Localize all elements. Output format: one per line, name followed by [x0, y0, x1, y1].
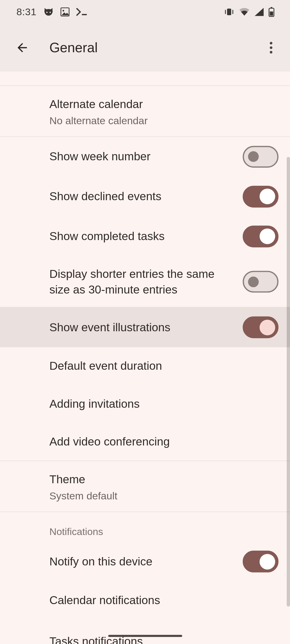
show-week-number-switch[interactable] [243, 146, 278, 168]
status-left: 8:31 [17, 6, 88, 18]
svg-point-3 [63, 10, 64, 12]
page-title: General [50, 40, 261, 56]
row-label: Show declined events [50, 189, 235, 204]
svg-rect-7 [232, 10, 233, 14]
row-label: Adding invitations [50, 396, 270, 412]
add-video-conferencing-row[interactable]: Add video conferencing [0, 423, 290, 461]
row-label: Show completed tasks [50, 229, 235, 244]
notify-on-this-device-row[interactable]: Notify on this device [0, 542, 290, 582]
row-label: Add video conferencing [50, 434, 270, 450]
row-subtext: System default [50, 490, 270, 502]
svg-point-0 [46, 12, 48, 13]
status-clock: 8:31 [17, 6, 36, 18]
show-declined-events-switch[interactable] [243, 186, 278, 208]
svg-point-1 [50, 12, 51, 13]
settings-list[interactable]: Alternate calendar No alternate calendar… [0, 72, 290, 644]
show-event-illustrations-switch[interactable] [243, 316, 278, 338]
row-label: Alternate calendar [50, 97, 270, 112]
svg-point-11 [270, 42, 272, 44]
more-vert-icon [269, 42, 273, 54]
svg-rect-4 [82, 14, 87, 15]
app-bar: General [0, 24, 290, 72]
svg-point-12 [270, 46, 272, 49]
tasks-notifications-row[interactable]: Tasks notifications [0, 619, 290, 644]
default-event-duration-row[interactable]: Default event duration [0, 348, 290, 385]
back-button[interactable] [12, 38, 32, 58]
display-shorter-entries-switch[interactable] [243, 271, 278, 293]
theme-row[interactable]: Theme System default [0, 461, 290, 512]
status-bar: 8:31 [0, 0, 290, 24]
show-declined-events-row[interactable]: Show declined events [0, 177, 290, 216]
show-week-number-row[interactable]: Show week number [0, 137, 290, 177]
wifi-icon [239, 8, 250, 16]
adding-invitations-row[interactable]: Adding invitations [0, 385, 290, 423]
arrow-back-icon [15, 40, 29, 54]
show-completed-tasks-switch[interactable] [243, 226, 278, 248]
row-label: Display shorter entries the same size as… [50, 266, 235, 297]
overflow-menu-button[interactable] [261, 38, 281, 58]
svg-point-13 [270, 51, 272, 54]
cell-signal-icon [254, 8, 264, 16]
row-label: Notify on this device [50, 554, 235, 569]
row-label: Show week number [50, 149, 235, 164]
home-indicator[interactable] [108, 635, 182, 637]
show-event-illustrations-row[interactable]: Show event illustrations [0, 308, 290, 348]
display-shorter-entries-row[interactable]: Display shorter entries the same size as… [0, 256, 290, 307]
notify-on-this-device-switch[interactable] [243, 551, 278, 572]
row-subtext: No alternate calendar [50, 114, 270, 126]
vibrate-icon [224, 8, 234, 16]
cat-face-icon [43, 7, 54, 16]
alternate-calendar-row[interactable]: Alternate calendar No alternate calendar [0, 86, 290, 136]
terminal-prompt-icon [76, 8, 88, 16]
row-label: Theme [50, 472, 270, 487]
image-icon [60, 7, 69, 16]
scroll-indicator [287, 157, 290, 606]
row-label: Calendar notifications [50, 593, 270, 608]
svg-rect-5 [227, 8, 231, 15]
svg-rect-6 [225, 10, 226, 14]
status-right [224, 7, 274, 17]
row-label: Default event duration [50, 358, 270, 374]
battery-icon [269, 7, 274, 17]
svg-rect-10 [270, 12, 273, 16]
calendar-notifications-row[interactable]: Calendar notifications [0, 582, 290, 619]
svg-rect-9 [271, 7, 272, 8]
section-header-notifications: Notifications [0, 512, 290, 542]
show-completed-tasks-row[interactable]: Show completed tasks [0, 216, 290, 256]
row-label: Show event illustrations [50, 320, 235, 335]
